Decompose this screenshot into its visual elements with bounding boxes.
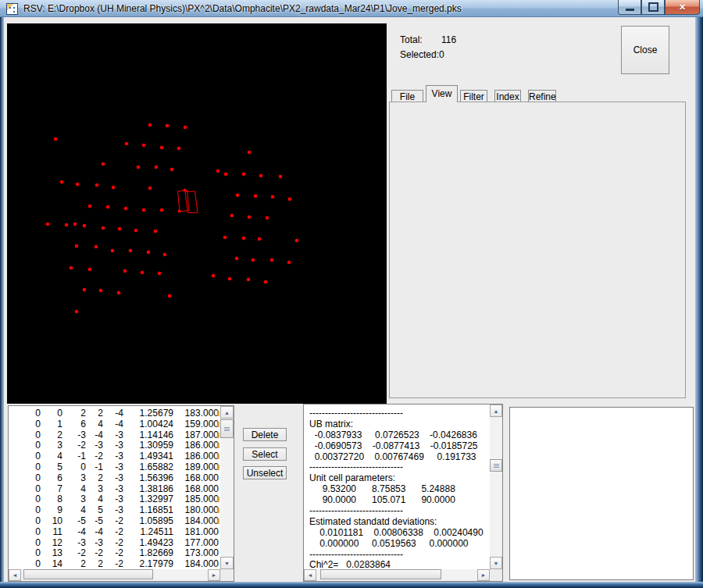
peak-dot[interactable]	[212, 274, 216, 278]
results-hscroll-left-arrow-icon[interactable]: ◄	[304, 569, 316, 581]
peak-list-row[interactable]: 011-4-4-21.24511181.000	[9, 527, 219, 538]
peak-list-row[interactable]: 04-1-2-31.49341186.000	[9, 451, 219, 462]
results-hscroll-right-arrow-icon[interactable]: ►	[477, 569, 490, 581]
title-bar[interactable]: RSV: E:\Dropbox (UH Mineral Physics)\PX^…	[0, 0, 703, 17]
results-vscroll-down-arrow-icon[interactable]: ▼	[490, 557, 502, 569]
peak-dot[interactable]	[177, 147, 181, 151]
tab-index[interactable]: Index	[494, 90, 521, 102]
peak-dot[interactable]	[124, 207, 128, 211]
peak-dot[interactable]	[224, 173, 228, 176]
close-button[interactable]: Close	[621, 26, 669, 74]
peak-dot[interactable]	[254, 194, 258, 198]
peak-dot[interactable]	[242, 237, 246, 241]
peak-dot[interactable]	[88, 205, 92, 208]
peak-dot[interactable]	[266, 216, 269, 220]
peak-dot[interactable]	[288, 198, 292, 201]
peak-dot[interactable]	[154, 230, 158, 233]
peak-dot[interactable]	[271, 195, 275, 199]
vscroll-up-arrow-icon[interactable]: ▲	[220, 406, 234, 419]
peak-dot[interactable]	[76, 183, 80, 187]
tab-filter[interactable]: Filter	[460, 90, 487, 102]
peak-dot[interactable]	[83, 288, 87, 292]
delete-button[interactable]: Delete	[243, 428, 287, 441]
peak-list-row[interactable]: 0164-41.00424159.000	[9, 419, 219, 430]
peak-plot-canvas[interactable]	[7, 23, 387, 404]
peak-list-hscroll[interactable]: ◄ ►	[9, 569, 220, 581]
peak-list-row[interactable]: 012-3-3-21.49423177.000	[9, 538, 219, 549]
peak-dot[interactable]	[75, 244, 79, 248]
peak-dot[interactable]	[65, 223, 69, 227]
peak-dot[interactable]	[287, 261, 291, 265]
peak-list-vscroll[interactable]: ▲ ▼	[220, 406, 234, 569]
peak-list-row[interactable]: 050-1-31.65882189.000	[9, 462, 219, 473]
peak-dot[interactable]	[170, 168, 174, 172]
peak-dot[interactable]	[184, 126, 187, 130]
peak-dot[interactable]	[137, 166, 141, 169]
peak-dot[interactable]	[54, 137, 58, 141]
peak-list-row[interactable]: 013-2-2-21.82669173.000	[9, 548, 219, 559]
peak-dot[interactable]	[248, 151, 252, 155]
peak-dot[interactable]	[125, 142, 129, 146]
peak-dot[interactable]	[158, 272, 162, 276]
results-vscroll-up-arrow-icon[interactable]: ▲	[490, 404, 502, 417]
peak-dot[interactable]	[236, 194, 240, 198]
peak-dot[interactable]	[129, 249, 133, 253]
peak-dot[interactable]	[270, 258, 274, 262]
peak-list-row[interactable]: 010-5-5-21.05895184.000	[9, 516, 219, 527]
peak-dot[interactable]	[102, 226, 105, 230]
peak-dot[interactable]	[73, 223, 77, 226]
vscroll-down-arrow-icon[interactable]: ▼	[220, 557, 234, 569]
tab-refine[interactable]: Refine	[528, 90, 556, 102]
peak-list-row[interactable]: 0945-31.16851180.000	[9, 505, 219, 516]
peak-dot[interactable]	[106, 205, 110, 209]
peak-list-row[interactable]: 01422-22.17979184.000	[9, 559, 219, 569]
peak-dot[interactable]	[252, 258, 255, 262]
hscroll-left-arrow-icon[interactable]: ◄	[9, 569, 21, 581]
peak-dot[interactable]	[163, 253, 167, 257]
unit-cell-handle[interactable]	[184, 189, 187, 192]
peak-dot[interactable]	[155, 166, 159, 169]
peak-listbox[interactable]: 0022-41.25679183.0000164-41.00424159.000…	[8, 405, 234, 582]
peak-dot[interactable]	[99, 289, 103, 293]
peak-dot[interactable]	[88, 268, 92, 272]
peak-dot[interactable]	[102, 162, 105, 166]
peak-dot[interactable]	[111, 249, 115, 253]
peak-dot[interactable]	[83, 224, 87, 228]
peak-dot[interactable]	[95, 184, 99, 187]
peak-dot[interactable]	[160, 208, 164, 212]
peak-dot[interactable]	[295, 239, 299, 243]
close-window-button[interactable]: ✕	[665, 0, 700, 15]
peak-list-row[interactable]: 0022-41.25679183.000	[9, 408, 219, 419]
peak-dot[interactable]	[242, 173, 246, 176]
peak-dot[interactable]	[75, 310, 79, 314]
peak-dot[interactable]	[142, 144, 146, 148]
unit-cell-handle[interactable]	[178, 210, 181, 213]
tab-file[interactable]: File	[391, 90, 423, 102]
peak-list-row[interactable]: 02-3-4-31.14146187.000	[9, 430, 219, 441]
hscroll-right-arrow-icon[interactable]: ►	[208, 569, 220, 581]
unit-cell-box[interactable]	[185, 191, 198, 213]
peak-dot[interactable]	[148, 187, 152, 191]
peak-dot[interactable]	[134, 229, 138, 233]
peak-dot[interactable]	[142, 208, 146, 212]
peak-dot[interactable]	[160, 146, 164, 150]
peak-dot[interactable]	[112, 186, 116, 190]
results-vscroll[interactable]: ▲ ▼	[490, 404, 502, 569]
peak-list-row[interactable]: 0834-31.32997185.000	[9, 494, 219, 505]
hscroll-thumb[interactable]	[23, 569, 153, 579]
peak-dot[interactable]	[117, 291, 121, 295]
minimize-button[interactable]	[618, 0, 641, 15]
tab-view[interactable]: View	[426, 85, 458, 102]
peak-dot[interactable]	[60, 180, 64, 184]
peak-dot[interactable]	[147, 251, 151, 255]
peak-dot[interactable]	[123, 269, 127, 273]
peak-dot[interactable]	[235, 257, 239, 261]
peak-dot[interactable]	[223, 236, 227, 240]
peak-dot[interactable]	[95, 245, 98, 249]
peak-list-row[interactable]: 0632-31.56396168.000	[9, 473, 219, 484]
unselect-button[interactable]: Unselect	[243, 466, 287, 479]
peak-dot[interactable]	[228, 277, 232, 281]
peak-dot[interactable]	[259, 174, 263, 178]
results-vscroll-thumb[interactable]	[490, 459, 502, 472]
peak-list-row[interactable]: 0743-31.38186168.000	[9, 484, 219, 495]
